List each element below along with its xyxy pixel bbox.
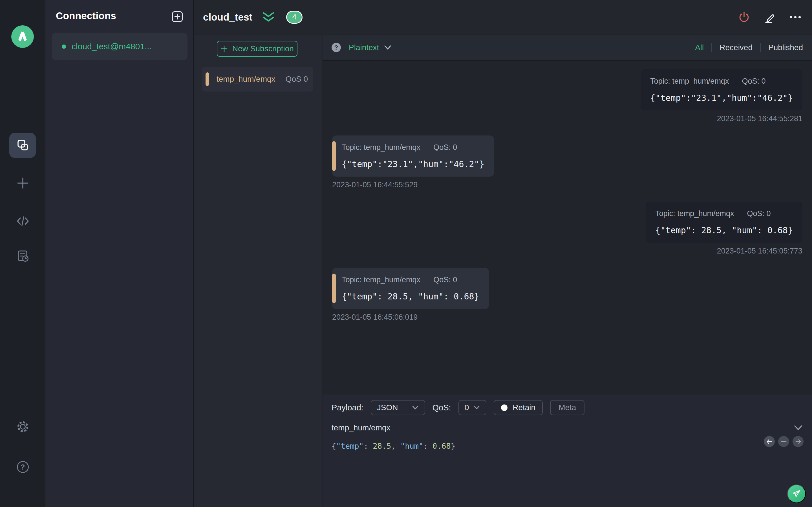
- connected-status-dot: [62, 45, 66, 49]
- plus-icon: [220, 45, 228, 52]
- message-timestamp: 2023-01-05 16:45:05:773: [717, 247, 802, 256]
- payload-token: 28.5: [373, 442, 391, 450]
- subscription-qos: QoS 0: [286, 75, 308, 83]
- message-received: Topic: temp_hum/emqx QoS: 0 {"temp": 28.…: [332, 268, 802, 322]
- publish-panel: Payload: JSON QoS: 0 Retain Meta temp_: [322, 395, 812, 507]
- add-connection-button[interactable]: [172, 11, 183, 22]
- log-icon: [16, 249, 30, 263]
- new-subscription-button[interactable]: New Subscription: [217, 41, 297, 57]
- connection-name: cloud_test@m4801...: [71, 42, 152, 51]
- new-subscription-label: New Subscription: [232, 44, 294, 53]
- payload-token: "hum": [400, 442, 423, 450]
- plus-icon: [15, 176, 30, 190]
- message-qos: QoS: 0: [434, 143, 457, 152]
- nav-new-connection-button[interactable]: [0, 176, 45, 190]
- message-topic: Topic: temp_hum/emqx: [342, 276, 420, 284]
- message-history-nav: [764, 436, 804, 447]
- help-glyph: ?: [20, 463, 25, 471]
- chevron-down-icon: [473, 405, 480, 410]
- collapse-publish-icon[interactable]: [794, 425, 803, 431]
- payload-token: "temp": [336, 442, 364, 450]
- nav-settings-button[interactable]: [0, 420, 45, 434]
- chevron-down-icon: [412, 405, 419, 410]
- payload-token: {: [332, 442, 336, 450]
- message-received: Topic: temp_hum/emqx QoS: 0 {"temp":"23.…: [332, 135, 802, 189]
- nav-script-button[interactable]: [0, 215, 45, 228]
- meta-button[interactable]: Meta: [550, 400, 585, 415]
- disconnect-power-icon[interactable]: [738, 11, 750, 23]
- subscription-color-bar: [206, 72, 209, 86]
- more-options-icon[interactable]: [789, 11, 802, 23]
- message-list[interactable]: Topic: temp_hum/emqx QoS: 0 {"temp":"23.…: [322, 61, 812, 394]
- qos-select[interactable]: 0: [458, 400, 487, 415]
- message-payload: {"temp": 28.5, "hum": 0.68}: [655, 225, 793, 235]
- tab-received[interactable]: Received: [712, 43, 760, 52]
- subscription-topic: temp_hum/emqx: [216, 75, 275, 83]
- nav-log-button[interactable]: [0, 249, 45, 263]
- subscriptions-column: New Subscription temp_hum/emqx QoS 0: [194, 35, 322, 507]
- publish-payload-editor[interactable]: {"temp": 28.5, "hum": 0.68}: [322, 436, 812, 456]
- minus-icon: [781, 441, 786, 443]
- publish-topic-row: temp_hum/emqx: [322, 420, 812, 436]
- message-color-bar: [332, 274, 336, 303]
- chevron-down-icon[interactable]: [384, 45, 392, 50]
- retain-toggle[interactable]: Retain: [494, 400, 543, 415]
- message-bubble[interactable]: Topic: temp_hum/emqx QoS: 0 {"temp":"23.…: [332, 135, 494, 177]
- mqttx-logo-icon[interactable]: [11, 25, 34, 48]
- message-payload: {"temp": 28.5, "hum": 0.68}: [342, 291, 479, 301]
- message-format-select[interactable]: Plaintext: [349, 43, 379, 52]
- payload-format-select[interactable]: JSON: [371, 400, 425, 415]
- message-topic: Topic: temp_hum/emqx: [342, 143, 420, 152]
- history-next-button[interactable]: [793, 436, 804, 447]
- retain-on-indicator: [501, 404, 507, 411]
- send-button[interactable]: [787, 485, 806, 503]
- message-bubble[interactable]: Topic: temp_hum/emqx QoS: 0 {"temp": 28.…: [646, 202, 802, 243]
- connection-list-item[interactable]: cloud_test@m4801...: [52, 33, 188, 60]
- message-published: Topic: temp_hum/emqx QoS: 0 {"temp":"23.…: [332, 69, 802, 123]
- message-timestamp: 2023-01-05 16:44:55:529: [332, 180, 417, 189]
- send-paper-plane-icon: [792, 489, 801, 499]
- message-timestamp: 2023-01-05 16:44:55:281: [717, 114, 802, 123]
- payload-format-value: JSON: [377, 403, 398, 412]
- connections-panel: Connections cloud_test@m4801...: [45, 0, 194, 507]
- message-qos: QoS: 0: [434, 276, 457, 284]
- message-filter-tabs: All Received Published: [688, 43, 803, 52]
- nav-connections-button[interactable]: [9, 133, 36, 158]
- tab-all[interactable]: All: [688, 43, 711, 52]
- qos-value: 0: [465, 403, 469, 412]
- subscription-count-badge: 4: [286, 11, 303, 24]
- subscription-item[interactable]: temp_hum/emqx QoS 0: [202, 67, 313, 92]
- message-published: Topic: temp_hum/emqx QoS: 0 {"temp": 28.…: [332, 202, 802, 256]
- payload-token: :: [364, 442, 373, 450]
- payload-token: 0.68: [433, 442, 451, 450]
- connections-title: Connections: [56, 10, 116, 21]
- history-prev-button[interactable]: [764, 436, 775, 447]
- message-bubble[interactable]: Topic: temp_hum/emqx QoS: 0 {"temp": 28.…: [332, 268, 489, 309]
- payload-format-help-icon[interactable]: ?: [332, 43, 341, 52]
- nav-help-button[interactable]: ?: [0, 461, 45, 473]
- connection-header: cloud_test 4: [194, 0, 812, 34]
- edit-pencil-icon[interactable]: [763, 11, 775, 23]
- collapse-subscriptions-icon[interactable]: [261, 11, 276, 24]
- message-color-bar: [332, 141, 336, 171]
- history-delete-button[interactable]: [778, 436, 789, 447]
- message-toolbar: ? Plaintext All Received Published: [322, 35, 812, 61]
- payload-token: :: [423, 442, 433, 450]
- code-icon: [16, 215, 30, 228]
- left-rail: ?: [0, 0, 45, 507]
- message-timestamp: 2023-01-05 16:45:06:019: [332, 313, 417, 322]
- message-bubble[interactable]: Topic: temp_hum/emqx QoS: 0 {"temp":"23.…: [641, 69, 802, 110]
- message-qos: QoS: 0: [747, 209, 770, 218]
- plus-icon: [174, 13, 181, 20]
- mqttx-app: ? Connections cloud_test@m4801... cloud_…: [0, 0, 812, 507]
- message-payload: {"temp":"23.1","hum":"46.2"}: [342, 159, 485, 169]
- publish-topic-input[interactable]: temp_hum/emqx: [332, 424, 391, 432]
- message-payload: {"temp":"23.1","hum":"46.2"}: [650, 93, 793, 103]
- payload-format-label: Payload:: [332, 403, 363, 412]
- tab-published[interactable]: Published: [761, 43, 803, 52]
- publish-toolbar: Payload: JSON QoS: 0 Retain Meta: [322, 395, 812, 415]
- payload-token: ,: [391, 442, 400, 450]
- connections-icon: [15, 138, 30, 153]
- retain-label: Retain: [513, 403, 536, 412]
- header-actions: [738, 11, 802, 23]
